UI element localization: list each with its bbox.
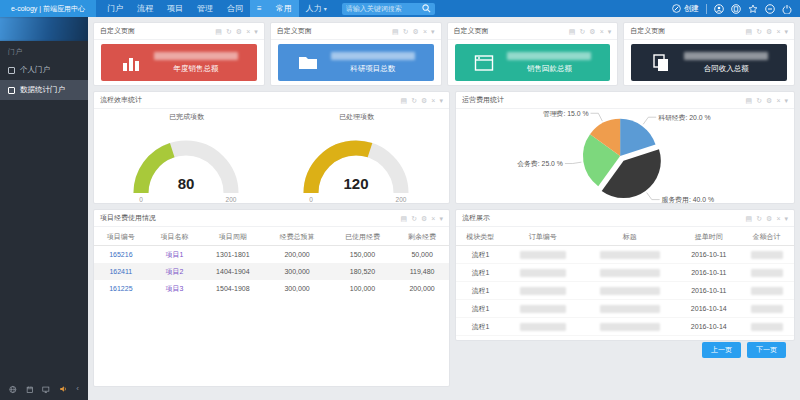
panel-header: 运营费用统计 ▤↻⚙×▾ xyxy=(456,92,794,109)
collapse-icon[interactable]: ▾ xyxy=(254,28,258,35)
settings-icon[interactable]: ⚙ xyxy=(766,215,772,222)
close-icon[interactable]: × xyxy=(246,28,250,35)
collapse-icon[interactable]: ▾ xyxy=(608,28,612,35)
project-table: 项目编号项目名称项目周期经费总预算已使用经费剩余经费 165216项目11301… xyxy=(94,229,449,297)
create-label: 创建 xyxy=(684,4,699,14)
contacts-icon[interactable] xyxy=(731,4,741,14)
column-header: 项目周期 xyxy=(201,229,264,246)
navbar-menu-items: 门户流程项目管理合同 xyxy=(100,0,250,17)
collapse-icon[interactable]: ▾ xyxy=(784,215,788,222)
collapse-arrow-icon[interactable]: ‹ xyxy=(76,385,79,393)
globe-icon[interactable] xyxy=(9,385,17,394)
nav-dropdown-label: 人力 xyxy=(306,3,322,14)
panel-title: 运营费用统计 xyxy=(462,95,504,105)
collapse-icon[interactable]: ▾ xyxy=(439,97,443,104)
bar-chart-icon xyxy=(120,52,142,74)
collapse-icon[interactable]: ▾ xyxy=(784,28,788,35)
nav-menu-active[interactable]: 常用 xyxy=(269,0,299,17)
minus-circle-icon[interactable] xyxy=(765,4,775,14)
panel-title: 自定义页面 xyxy=(454,26,489,36)
create-button[interactable]: 创建 xyxy=(672,4,699,14)
close-icon[interactable]: × xyxy=(776,97,780,104)
settings-icon[interactable]: ⚙ xyxy=(589,28,595,35)
flow-date: 2016-10-11 xyxy=(678,282,739,300)
collapse-icon[interactable]: ▾ xyxy=(439,215,443,222)
panel-flow-list: 流程展示 ▤↻⚙×▾ 模块类型订单编号标题提单时间金额合计 流程12016-10… xyxy=(455,209,795,341)
sidebar-item-0[interactable]: 个人门户 xyxy=(0,60,88,80)
chart-icon[interactable]: ▤ xyxy=(746,28,753,35)
panel-toolbar: ▤↻⚙×▾ xyxy=(215,28,257,35)
panel-header: 自定义页面 ▤↻⚙×▾ xyxy=(448,23,618,40)
refresh-icon[interactable]: ↻ xyxy=(756,97,762,104)
settings-icon[interactable]: ⚙ xyxy=(413,28,419,35)
settings-icon[interactable]: ⚙ xyxy=(421,97,427,104)
refresh-icon[interactable]: ↻ xyxy=(226,28,232,35)
chart-icon[interactable]: ▤ xyxy=(569,28,576,35)
search-input[interactable] xyxy=(346,5,422,12)
stat-label: 年度销售总额 xyxy=(173,64,218,74)
chart-icon[interactable]: ▤ xyxy=(401,215,408,222)
profile-icon[interactable] xyxy=(714,4,724,14)
project-name-link[interactable]: 项目3 xyxy=(166,285,184,292)
calendar-icon[interactable] xyxy=(26,385,34,394)
project-used: 150,000 xyxy=(330,246,395,264)
project-id-link[interactable]: 165216 xyxy=(109,251,132,258)
project-name-link[interactable]: 项目1 xyxy=(166,251,184,258)
chevron-down-icon: ▾ xyxy=(324,5,327,12)
redacted-order-number xyxy=(520,305,566,313)
close-icon[interactable]: × xyxy=(431,97,435,104)
pie-leader-line xyxy=(590,113,602,121)
chart-icon[interactable]: ▤ xyxy=(215,28,222,35)
favorite-star-icon[interactable] xyxy=(748,4,758,14)
refresh-icon[interactable]: ↻ xyxy=(579,28,585,35)
flow-table-header: 模块类型订单编号标题提单时间金额合计 xyxy=(456,229,794,246)
chart-icon[interactable]: ▤ xyxy=(392,28,399,35)
panel-project-table: 项目经费使用情况 ▤↻⚙×▾ 项目编号项目名称项目周期经费总预算已使用经费剩余经… xyxy=(93,209,450,387)
close-icon[interactable]: × xyxy=(776,215,780,222)
close-icon[interactable]: × xyxy=(600,28,604,35)
monitor-icon[interactable] xyxy=(42,385,50,394)
project-id-link[interactable]: 162411 xyxy=(109,268,132,275)
nav-menu-item-0[interactable]: 门户 xyxy=(100,0,130,17)
refresh-icon[interactable]: ↻ xyxy=(756,28,762,35)
settings-icon[interactable]: ⚙ xyxy=(421,215,427,222)
settings-icon[interactable]: ⚙ xyxy=(766,28,772,35)
close-icon[interactable]: × xyxy=(431,215,435,222)
sidebar-item-1[interactable]: 数据统计门户 xyxy=(0,80,88,100)
nav-menu-item-4[interactable]: 合同 xyxy=(220,0,250,17)
chart-icon[interactable]: ▤ xyxy=(401,97,408,104)
chart-icon[interactable]: ▤ xyxy=(746,215,753,222)
column-header: 订单编号 xyxy=(505,229,581,246)
panel-body: 合同收入总额 xyxy=(624,40,794,85)
project-id-link[interactable]: 161225 xyxy=(109,285,132,292)
refresh-icon[interactable]: ↻ xyxy=(411,215,417,222)
stat-card-payments: 销售回款总额 xyxy=(455,44,611,81)
redacted-value xyxy=(684,52,768,60)
speaker-icon[interactable] xyxy=(59,384,67,394)
next-page-button[interactable]: 下一页 xyxy=(747,342,786,358)
power-icon[interactable] xyxy=(782,4,792,14)
project-period: 1301-1801 xyxy=(201,246,264,264)
refresh-icon[interactable]: ↻ xyxy=(403,28,409,35)
nav-menu-item-3[interactable]: 管理 xyxy=(190,0,220,17)
prev-page-button[interactable]: 上一页 xyxy=(702,342,741,358)
project-name-link[interactable]: 项目2 xyxy=(166,268,184,275)
chart-icon[interactable]: ▤ xyxy=(746,97,753,104)
refresh-icon[interactable]: ↻ xyxy=(411,97,417,104)
refresh-icon[interactable]: ↻ xyxy=(756,215,762,222)
close-icon[interactable]: × xyxy=(423,28,427,35)
collapse-icon[interactable]: ▾ xyxy=(784,97,788,104)
flow-type: 流程1 xyxy=(456,264,505,282)
close-icon[interactable]: × xyxy=(776,28,780,35)
settings-icon[interactable]: ⚙ xyxy=(766,97,772,104)
settings-icon[interactable]: ⚙ xyxy=(236,28,242,35)
nav-menu-item-1[interactable]: 流程 xyxy=(130,0,160,17)
collapse-icon[interactable]: ▾ xyxy=(431,28,435,35)
menu-toggle-button[interactable]: ≡ xyxy=(250,0,269,17)
panel-header: 自定义页面 ▤↻⚙×▾ xyxy=(94,23,264,40)
search-icon[interactable] xyxy=(422,4,431,13)
pie-svg: 科研经费: 20.0 %服务费用: 40.0 %会务费: 25.0 %管理费: … xyxy=(460,109,790,205)
nav-dropdown-hr[interactable]: 人力▾ xyxy=(299,0,334,17)
nav-menu-item-2[interactable]: 项目 xyxy=(160,0,190,17)
column-header: 标题 xyxy=(581,229,679,246)
